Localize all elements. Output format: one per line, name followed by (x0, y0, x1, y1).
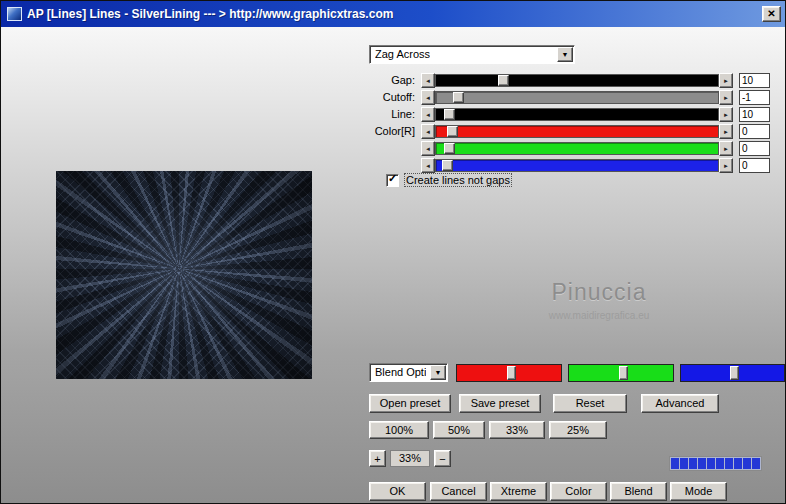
zoom-50-button[interactable]: 50% (433, 421, 485, 439)
watermark-name: Pinuccia (519, 279, 679, 306)
blend-blue-thumb[interactable] (730, 366, 739, 380)
gap-value-field[interactable]: 10 (739, 73, 770, 88)
zoom-out-button[interactable]: − (434, 450, 451, 467)
color-b-slider-track[interactable] (435, 159, 719, 172)
plugin-window: AP [Lines] Lines - SilverLining --- > ht… (0, 0, 786, 504)
gap-slider-thumb[interactable] (498, 75, 509, 86)
zoom-level-display: 33% (390, 450, 430, 467)
cutoff-slider-thumb[interactable] (453, 92, 464, 103)
slider-left-arrow-icon[interactable]: ◄ (421, 90, 435, 105)
dropdown-arrow-icon[interactable]: ▼ (557, 47, 573, 62)
cutoff-slider[interactable]: ◄ ► (421, 90, 733, 105)
color-r-slider-row: Color[R] ◄ ► 0 (341, 124, 773, 139)
progress-segment (752, 458, 760, 469)
zoom-33-button[interactable]: 33% (489, 421, 545, 439)
preset-dropdown[interactable]: Zag Across ▼ (369, 45, 575, 64)
color-b-slider[interactable]: ◄ ► (421, 158, 733, 173)
color-g-slider[interactable]: ◄ ► (421, 141, 733, 156)
slider-left-arrow-icon[interactable]: ◄ (421, 158, 435, 173)
progress-segment (689, 458, 697, 469)
color-b-value-field[interactable]: 0 (739, 158, 770, 173)
line-label: Line: (341, 108, 417, 120)
color-r-slider-thumb[interactable] (447, 126, 458, 137)
progress-segment (680, 458, 688, 469)
gap-slider[interactable]: ◄ ► (421, 73, 733, 88)
color-b-slider-row: ◄ ► 0 (341, 158, 773, 173)
reset-button[interactable]: Reset (553, 394, 627, 413)
xtreme-button[interactable]: Xtreme (490, 482, 547, 501)
progress-segment (671, 458, 679, 469)
color-r-value-field[interactable]: 0 (739, 124, 770, 139)
blend-green-thumb[interactable] (619, 366, 628, 380)
cutoff-slider-track[interactable] (435, 91, 719, 104)
line-slider-thumb[interactable] (444, 109, 455, 120)
line-slider-track[interactable] (435, 108, 719, 121)
blend-green-slider[interactable] (568, 364, 674, 382)
watermark-url: www.maidiregrafica.eu (519, 310, 679, 321)
window-title: AP [Lines] Lines - SilverLining --- > ht… (27, 7, 393, 21)
blend-options-dropdown[interactable]: Blend Opti ▼ (369, 363, 448, 382)
color-g-slider-thumb[interactable] (444, 143, 455, 154)
title-bar[interactable]: AP [Lines] Lines - SilverLining --- > ht… (1, 1, 785, 27)
blend-red-thumb[interactable] (507, 366, 516, 380)
slider-left-arrow-icon[interactable]: ◄ (421, 73, 435, 88)
slider-left-arrow-icon[interactable]: ◄ (421, 124, 435, 139)
preview-image[interactable] (56, 171, 312, 379)
color-r-label: Color[R] (341, 125, 417, 137)
blend-blue-slider[interactable] (680, 364, 785, 382)
slider-left-arrow-icon[interactable]: ◄ (421, 141, 435, 156)
close-button[interactable]: ✕ (762, 6, 781, 22)
progress-segment (743, 458, 751, 469)
preset-dropdown-value: Zag Across (375, 48, 430, 60)
slider-right-arrow-icon[interactable]: ► (719, 141, 733, 156)
color-r-slider[interactable]: ◄ ► (421, 124, 733, 139)
slider-left-arrow-icon[interactable]: ◄ (421, 107, 435, 122)
mode-button[interactable]: Mode (670, 482, 727, 501)
slider-right-arrow-icon[interactable]: ► (719, 73, 733, 88)
slider-right-arrow-icon[interactable]: ► (719, 107, 733, 122)
line-value-field[interactable]: 10 (739, 107, 770, 122)
line-slider-row: Line: ◄ ► 10 (341, 107, 773, 122)
progress-segment (707, 458, 715, 469)
line-slider[interactable]: ◄ ► (421, 107, 733, 122)
zoom-100-button[interactable]: 100% (369, 421, 429, 439)
blend-button[interactable]: Blend (610, 482, 667, 501)
color-g-slider-track[interactable] (435, 142, 719, 155)
color-g-slider-row: ◄ ► 0 (341, 141, 773, 156)
create-lines-option: ✓ Create lines not gaps (386, 173, 512, 187)
check-icon: ✓ (388, 172, 397, 185)
dropdown-arrow-icon[interactable]: ▼ (430, 365, 446, 380)
progress-bar (669, 456, 762, 471)
watermark: Pinuccia www.maidiregrafica.eu (519, 279, 679, 321)
progress-segment (725, 458, 733, 469)
cutoff-label: Cutoff: (341, 91, 417, 103)
color-b-slider-thumb[interactable] (442, 160, 453, 171)
progress-segment (734, 458, 742, 469)
blend-options-value: Blend Opti (375, 366, 426, 378)
cutoff-value-field[interactable]: -1 (739, 90, 770, 105)
progress-segment (698, 458, 706, 469)
client-area: Zag Across ▼ Gap: ◄ ► 10 Cutoff: ◄ ► (1, 27, 785, 503)
gap-slider-row: Gap: ◄ ► 10 (341, 73, 773, 88)
blend-red-slider[interactable] (456, 364, 562, 382)
app-icon (7, 7, 22, 21)
cutoff-slider-row: Cutoff: ◄ ► -1 (341, 90, 773, 105)
create-lines-label[interactable]: Create lines not gaps (404, 173, 512, 187)
slider-right-arrow-icon[interactable]: ► (719, 124, 733, 139)
zoom-in-button[interactable]: + (369, 450, 386, 467)
ok-button[interactable]: OK (369, 482, 426, 501)
advanced-button[interactable]: Advanced (641, 394, 719, 413)
slider-right-arrow-icon[interactable]: ► (719, 158, 733, 173)
zoom-25-button[interactable]: 25% (549, 421, 607, 439)
save-preset-button[interactable]: Save preset (459, 394, 541, 413)
gap-slider-track[interactable] (435, 74, 719, 87)
gap-label: Gap: (341, 74, 417, 86)
progress-segment (716, 458, 724, 469)
color-button[interactable]: Color (550, 482, 607, 501)
color-g-value-field[interactable]: 0 (739, 141, 770, 156)
open-preset-button[interactable]: Open preset (369, 394, 451, 413)
color-r-slider-track[interactable] (435, 125, 719, 138)
slider-right-arrow-icon[interactable]: ► (719, 90, 733, 105)
create-lines-checkbox[interactable]: ✓ (386, 174, 399, 187)
cancel-button[interactable]: Cancel (430, 482, 487, 501)
